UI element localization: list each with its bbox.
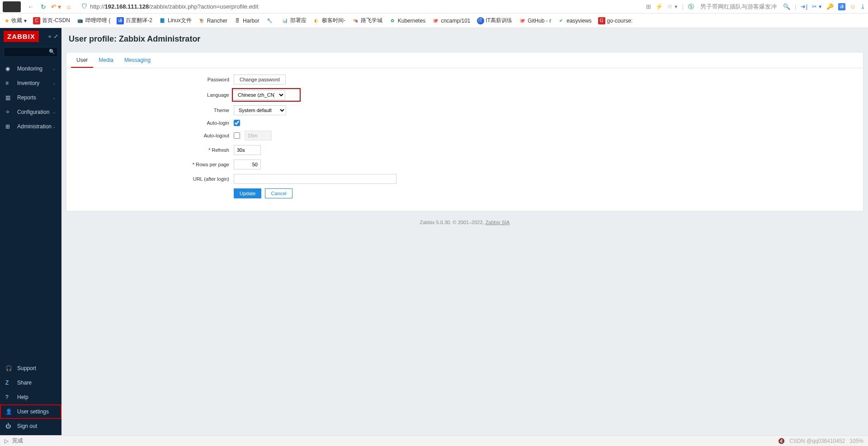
bookmark-item[interactable]: 👒路飞学城 [352, 17, 382, 24]
search-hint: 男子带网红插队与游客爆发冲 [700, 3, 777, 11]
sidebar-nav: ◉Monitoring⌄ ≡Inventory⌄ ▥Reports⌄ ✧Conf… [0, 61, 61, 134]
bookmark-item[interactable]: 🗄Harbor [234, 17, 259, 24]
chevron-down-icon: ⌄ [52, 95, 56, 100]
sidebar-item-support[interactable]: 🎧Support [0, 361, 61, 376]
address-bar[interactable]: ⛉ http://192.168.111.128/zabbix/zabbix.p… [79, 1, 642, 12]
sidebar-item-inventory[interactable]: ≡Inventory⌄ [0, 76, 61, 90]
sidebar-item-administration[interactable]: ⊞Administration⌄ [0, 119, 61, 134]
profile-form: Password Change password Language Chines… [66, 68, 863, 211]
qr-icon[interactable]: ⊞ [646, 3, 651, 10]
sidebar-item-monitoring[interactable]: ◉Monitoring⌄ [0, 61, 61, 76]
change-password-button[interactable]: Change password [234, 75, 286, 85]
chevron-down-icon: ⌄ [52, 110, 56, 114]
sidebar-item-reports[interactable]: ▥Reports⌄ [0, 90, 61, 105]
auto-logout-input [245, 131, 272, 141]
bookmark-item[interactable]: 📘Linux文件 [159, 17, 192, 24]
expand-icon[interactable]: ⤢ [54, 33, 58, 39]
bookmark-item[interactable]: Ggo-course: [598, 17, 633, 24]
sidebar-item-share[interactable]: ZShare [0, 376, 61, 390]
chart-icon: ▥ [5, 94, 14, 101]
translate-icon[interactable]: 译 [838, 3, 845, 10]
scissors-icon[interactable]: ✂ ▾ [812, 3, 822, 10]
search-icon[interactable]: 🔍 [783, 3, 790, 10]
sidebar-item-configuration[interactable]: ✧Configuration⌄ [0, 105, 61, 119]
page-title: User profile: Zabbix Administrator [66, 28, 863, 52]
rows-input[interactable] [234, 160, 261, 169]
bookmark-item[interactable]: ✿Kubernetes [389, 17, 425, 24]
refresh-input[interactable] [234, 145, 261, 155]
browser-toolbar: ← ↻ ↶ ▾ ⌂ ⛉ http://192.168.111.128/zabbi… [0, 0, 868, 14]
footer-link[interactable]: Zabbix SIA [486, 220, 510, 225]
wrench-icon: ✧ [5, 109, 14, 115]
login-icon[interactable]: ➜] [801, 3, 807, 10]
help-icon: ? [5, 394, 14, 400]
shield-icon: ⛉ [81, 3, 87, 10]
profile-card: User Media Messaging Password Change pas… [66, 52, 863, 211]
chevron-down-icon: ⌄ [52, 66, 56, 71]
search-icon[interactable]: 🔍 [49, 49, 55, 55]
label-theme: Theme [71, 108, 234, 113]
list-icon: ≡ [5, 80, 14, 86]
collapse-icon[interactable]: « [48, 33, 51, 39]
tabs: User Media Messaging [66, 52, 863, 68]
eye-icon: ◉ [5, 66, 14, 72]
back-button[interactable]: ← [25, 1, 36, 12]
bookmark-item[interactable]: 📺哔哩哔哩 ( [76, 17, 110, 24]
bookmark-item[interactable]: 译百度翻译-2 [117, 17, 152, 24]
bookmark-item[interactable]: ✔easyviews [557, 17, 591, 24]
auto-login-checkbox[interactable] [234, 120, 240, 126]
browser-tab-thumbnail[interactable] [3, 1, 21, 12]
download-icon[interactable]: ⤓ [860, 3, 865, 10]
label-rows: Rows per page [71, 162, 234, 167]
undo-button[interactable]: ↶ ▾ [51, 1, 61, 12]
bookmark-item[interactable]: ◐极客时间- [313, 17, 345, 24]
tab-media[interactable]: Media [93, 52, 119, 68]
bookmark-item[interactable]: 🔧 [266, 17, 275, 24]
footer: Zabbix 5.0.30. © 2001–2022, Zabbix SIA [66, 211, 863, 227]
sidebar: ZABBIX « ⤢ 🔍 ◉Monitoring⌄ ≡Inventory⌄ ▥R… [0, 28, 61, 435]
home-button[interactable]: ⌂ [63, 1, 74, 12]
sidebar-bottom: 🎧Support ZShare ?Help 👤User settings ⏻Si… [0, 361, 61, 435]
tab-messaging[interactable]: Messaging [119, 52, 156, 68]
label-refresh: Refresh [71, 147, 234, 153]
sidebar-item-user-settings[interactable]: 👤User settings [0, 404, 61, 419]
theme-select[interactable]: System default [234, 105, 286, 115]
cancel-button[interactable]: Cancel [265, 188, 292, 198]
key-icon[interactable]: 🔑 [826, 3, 834, 10]
bolt-icon[interactable]: ⚡ [656, 3, 663, 10]
status-bar: ▷ 完成 🔇 CSDN @qq036410452 105% [0, 435, 868, 446]
sidebar-item-sign-out[interactable]: ⏻Sign out [0, 419, 61, 433]
engine-icon[interactable]: Ⓢ [688, 3, 694, 11]
update-button[interactable]: Update [234, 188, 261, 198]
url-input[interactable] [234, 174, 396, 184]
bookmark-item[interactable]: ITIT高薪训练 [477, 17, 513, 24]
headset-icon: 🎧 [5, 365, 14, 371]
bookmark-item[interactable]: C首页-CSDN [33, 17, 70, 24]
bookmark-favorites[interactable]: ★收藏 ▾ [5, 17, 27, 24]
reload-button[interactable]: ↻ [38, 1, 49, 12]
star-icon[interactable]: ☆ ▾ [667, 3, 678, 10]
power-icon: ⏻ [5, 423, 14, 429]
bookmark-item[interactable]: 🐮Rancher [198, 17, 227, 24]
highlight-box: Chinese (zh_CN) [233, 89, 300, 101]
label-auto-logout: Auto-logout [71, 133, 234, 138]
status-text: 完成 [12, 437, 23, 445]
watermark: CSDN @qq036410452 [789, 438, 845, 444]
sidebar-item-help[interactable]: ?Help [0, 390, 61, 404]
bookmarks-bar: ★收藏 ▾ C首页-CSDN 📺哔哩哔哩 ( 译百度翻译-2 📘Linux文件 … [0, 14, 868, 28]
play-icon[interactable]: ▷ [5, 438, 9, 444]
auto-logout-checkbox[interactable] [234, 132, 240, 139]
main-content: User profile: Zabbix Administrator User … [61, 28, 868, 435]
zabbix-logo[interactable]: ZABBIX [4, 31, 39, 42]
mute-icon[interactable]: 🔇 [778, 438, 785, 444]
chevron-down-icon: ⌄ [52, 81, 56, 85]
label-auto-login: Auto-login [71, 120, 234, 126]
bookmark-item[interactable]: 🐙cncamp/101 [432, 17, 470, 24]
language-select[interactable]: Chinese (zh_CN) [233, 90, 285, 100]
bookmark-item[interactable]: 🐙GitHub - r [519, 17, 551, 24]
bookmark-item[interactable]: 📊部署应 [281, 17, 307, 24]
label-url: URL (after login) [71, 176, 234, 182]
tab-user[interactable]: User [71, 52, 93, 68]
mood-icon[interactable]: ☺ [850, 3, 856, 10]
share-icon: Z [5, 380, 14, 386]
